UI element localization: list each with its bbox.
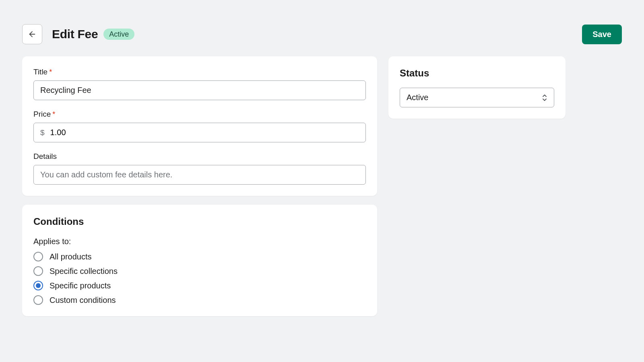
radio-icon	[33, 252, 43, 261]
title-input[interactable]	[33, 80, 366, 100]
price-input-wrap: $	[33, 123, 366, 142]
arrow-left-icon	[28, 30, 37, 39]
radio-specific-products[interactable]: Specific products	[33, 281, 366, 290]
radio-custom-conditions[interactable]: Custom conditions	[33, 295, 366, 305]
conditions-heading: Conditions	[33, 216, 366, 227]
radio-all-products[interactable]: All products	[33, 252, 366, 261]
details-input[interactable]	[33, 165, 366, 185]
applies-to-radio-group: All products Specific collections Specif…	[33, 252, 366, 305]
radio-icon	[33, 295, 43, 305]
price-input[interactable]	[46, 123, 365, 142]
price-label: Price*	[33, 110, 366, 119]
status-select[interactable]: Active	[400, 88, 554, 107]
currency-symbol: $	[34, 128, 46, 137]
status-badge: Active	[103, 29, 134, 40]
status-select-value: Active	[407, 93, 428, 102]
status-heading: Status	[400, 68, 554, 79]
back-button[interactable]	[22, 24, 42, 44]
applies-to-label: Applies to:	[33, 237, 366, 246]
radio-label: Specific collections	[50, 267, 118, 276]
details-label: Details	[33, 152, 366, 161]
conditions-card: Conditions Applies to: All products Spec…	[22, 205, 377, 316]
title-label: Title*	[33, 68, 366, 76]
save-button[interactable]: Save	[582, 25, 622, 44]
fee-details-card: Title* Price* $ Details	[22, 56, 377, 196]
radio-icon	[33, 281, 43, 290]
radio-specific-collections[interactable]: Specific collections	[33, 266, 366, 276]
chevron-updown-icon	[542, 94, 547, 101]
radio-label: All products	[50, 252, 92, 261]
radio-icon	[33, 266, 43, 276]
page-header: Edit Fee Active Save	[22, 24, 622, 44]
radio-label: Custom conditions	[50, 296, 116, 305]
radio-label: Specific products	[50, 281, 111, 290]
status-card: Status Active	[388, 56, 566, 119]
page-title: Edit Fee	[52, 27, 98, 41]
